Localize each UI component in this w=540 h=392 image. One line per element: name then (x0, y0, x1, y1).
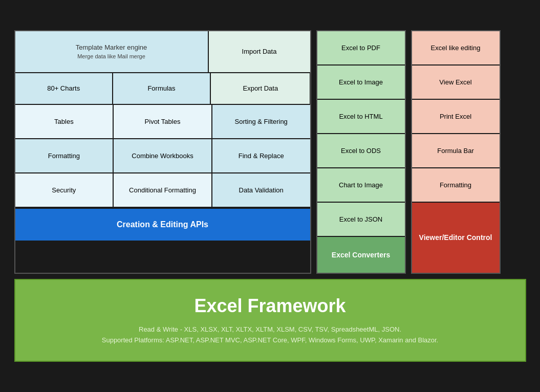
conditional-formatting-cell: Conditional Formatting (114, 173, 211, 207)
charts-label: 80+ Charts (47, 84, 80, 92)
excel-converters-label-cell: Excel Converters (317, 237, 405, 273)
viewer-editor-cell: Viewer/Editor Control (412, 203, 500, 273)
excel-converters-label: Excel Converters (332, 251, 390, 259)
formula-bar-cell: Formula Bar (412, 134, 500, 167)
excel-html-label: Excel to HTML (339, 113, 382, 120)
pivot-tables-label: Pivot Tables (145, 118, 181, 125)
formulas-cell: Formulas (113, 73, 210, 104)
formatting-cell: Formatting (15, 139, 113, 172)
import-data-label: Import Data (242, 48, 277, 55)
excel-like-label: Excel like editing (431, 44, 481, 52)
view-excel-cell: View Excel (412, 66, 500, 99)
formula-bar-label: Formula Bar (437, 147, 474, 155)
formatting-label: Formatting (48, 152, 80, 160)
sorting-cell: Sorting & Filtering (212, 105, 310, 138)
viewer-editor-label: Viewer/Editor Control (419, 233, 492, 242)
find-replace-cell: Find & Replace (212, 139, 310, 172)
tables-label: Tables (54, 118, 74, 125)
tables-cell: Tables (15, 105, 113, 138)
framework-readwrite: Read & Write - XLS, XLSX, XLT, XLTX, XLT… (26, 324, 515, 335)
data-validation-label: Data Validation (239, 186, 284, 194)
template-title: Template Marker engine (76, 43, 147, 51)
excel-ods-cell: Excel to ODS (317, 134, 405, 167)
pivot-tables-cell: Pivot Tables (114, 105, 211, 138)
chart-image-cell: Chart to Image (317, 168, 405, 202)
framework-title: Excel Framework (26, 295, 515, 317)
excel-like-cell: Excel like editing (412, 31, 500, 64)
creation-api-label: Creation & Editing APIs (117, 220, 208, 229)
template-subtitle: Merge data like Mail merge (77, 53, 145, 59)
creation-api-button[interactable]: Creation & Editing APIs (15, 209, 310, 241)
sorting-label: Sorting & Filtering (235, 118, 288, 125)
chart-image-label: Chart to Image (339, 181, 383, 189)
data-validation-cell: Data Validation (212, 173, 310, 207)
excel-image-label: Excel to Image (339, 78, 383, 86)
print-excel-label: Print Excel (440, 113, 471, 120)
view-excel-label: View Excel (439, 78, 471, 86)
export-data-cell: Export Data (211, 73, 310, 104)
template-marker-cell: Template Marker engine Merge data like M… (15, 31, 208, 72)
import-data-cell: Import Data (209, 31, 310, 72)
conditional-formatting-label: Conditional Formatting (129, 186, 196, 194)
excel-json-label: Excel to JSON (339, 215, 383, 223)
viewer-formatting-cell: Formatting (412, 168, 500, 202)
combine-workbooks-cell: Combine Workbooks (114, 139, 211, 172)
find-replace-label: Find & Replace (239, 152, 284, 160)
security-cell: Security (15, 173, 113, 207)
charts-cell: 80+ Charts (15, 73, 112, 104)
viewer-formatting-label: Formatting (440, 181, 471, 189)
excel-image-cell: Excel to Image (317, 66, 405, 99)
formulas-label: Formulas (147, 84, 175, 92)
excel-html-cell: Excel to HTML (317, 100, 405, 133)
excel-pdf-label: Excel to PDF (341, 44, 380, 52)
framework-section: Excel Framework Read & Write - XLS, XLSX… (14, 279, 526, 362)
excel-json-cell: Excel to JSON (317, 203, 405, 236)
print-excel-cell: Print Excel (412, 100, 500, 133)
combine-workbooks-label: Combine Workbooks (132, 152, 193, 160)
framework-platforms: Supported Platforms: ASP.NET, ASP.NET MV… (26, 335, 515, 346)
excel-ods-label: Excel to ODS (341, 147, 381, 155)
security-label: Security (52, 186, 76, 194)
export-data-label: Export Data (243, 84, 278, 92)
excel-pdf-cell: Excel to PDF (317, 31, 405, 64)
